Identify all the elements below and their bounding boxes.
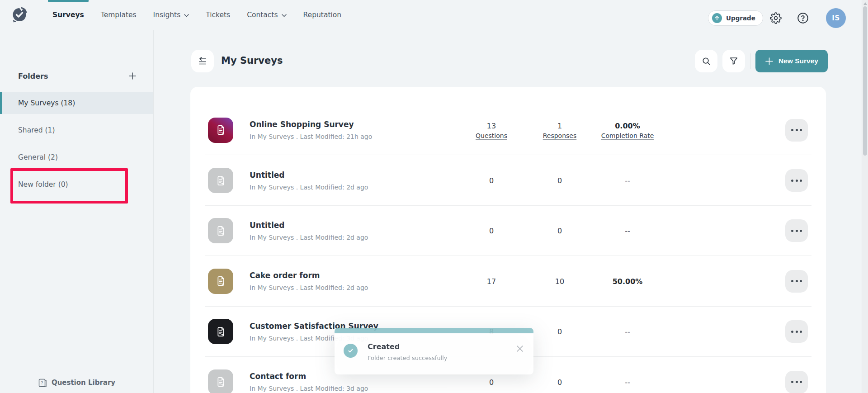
row-more-options-button[interactable] [785, 371, 808, 393]
folder-item-label: Shared (1) [18, 126, 55, 134]
responses-count: 0 [557, 378, 562, 386]
survey-row[interactable]: Untitled In My Surveys . Last Modified: … [190, 206, 826, 256]
nav-item-label: Surveys [52, 11, 84, 19]
nav-item-label: Reputation [303, 11, 342, 19]
filter-button[interactable] [722, 50, 745, 72]
completion-rate-link[interactable]: Completion Rate [601, 132, 654, 139]
vertical-scrollbar[interactable] [862, 0, 868, 393]
survey-document-check-icon [215, 275, 227, 287]
completion-rate-value: -- [625, 227, 630, 235]
nav-item-contacts[interactable]: Contacts [247, 0, 286, 30]
primary-nav: Surveys Templates Insights Tickets Conta… [52, 0, 341, 30]
row-more-options-button[interactable] [785, 320, 808, 343]
stat-questions: 0 [455, 378, 528, 386]
row-more-options-button[interactable] [785, 119, 808, 142]
dot [800, 180, 802, 182]
toolbar-divider [750, 53, 750, 69]
stat-responses: 0 [524, 227, 596, 235]
row-more-options-button[interactable] [785, 169, 808, 192]
upgrade-label: Upgrade [726, 14, 755, 22]
app-logo-icon[interactable] [11, 6, 29, 24]
chevron-down-icon [184, 14, 189, 17]
search-icon [701, 56, 712, 66]
survey-text-block: Untitled In My Surveys . Last Modified: … [250, 221, 368, 241]
questions-link[interactable]: Questions [476, 132, 507, 139]
nav-item-templates[interactable]: Templates [101, 0, 137, 30]
stat-questions: 0 [455, 227, 528, 235]
row-more-options-button[interactable] [785, 219, 808, 242]
folder-item-label: New folder (0) [18, 180, 68, 189]
survey-document-check-icon [215, 376, 227, 388]
survey-title[interactable]: Untitled [250, 221, 368, 230]
survey-icon[interactable] [208, 319, 233, 344]
survey-row[interactable]: Cake order form In My Surveys . Last Mod… [190, 256, 826, 306]
stat-completion: 0.00% Completion Rate [591, 121, 664, 139]
survey-subtitle: In My Surveys . Last Modified: 3d ago [250, 385, 368, 392]
completion-rate-value: -- [625, 176, 630, 185]
top-navigation-bar: Surveys Templates Insights Tickets Conta… [0, 0, 868, 30]
responses-link[interactable]: Responses [543, 132, 577, 139]
nav-item-reputation[interactable]: Reputation [303, 0, 342, 30]
dot [796, 129, 798, 131]
user-avatar[interactable]: IS [826, 8, 846, 28]
folders-sidebar: Folders My Surveys (18) Shared (1) Gener… [0, 30, 154, 393]
dot [796, 230, 798, 232]
row-more-options-button[interactable] [785, 270, 808, 293]
nav-item-tickets[interactable]: Tickets [206, 0, 230, 30]
upgrade-button[interactable]: Upgrade [708, 10, 763, 26]
survey-document-check-icon [215, 326, 227, 338]
questions-count: 13 [487, 121, 496, 130]
new-survey-button[interactable]: New Survey [755, 50, 828, 72]
sidebar-folder-new-folder-0[interactable]: New folder (0) [0, 174, 153, 195]
scrollbar-up-arrow[interactable] [863, 2, 867, 5]
survey-icon[interactable] [208, 269, 233, 294]
responses-count: 10 [555, 277, 564, 285]
add-folder-icon[interactable] [128, 71, 137, 80]
survey-row[interactable]: Online Shopping Survey In My Surveys . L… [190, 105, 826, 155]
dot [791, 180, 793, 182]
responses-count: 0 [557, 176, 562, 185]
stat-completion: 50.00% [591, 277, 664, 285]
survey-icon[interactable] [208, 218, 233, 243]
survey-title[interactable]: Online Shopping Survey [250, 120, 372, 129]
survey-icon[interactable] [208, 118, 233, 143]
search-button[interactable] [695, 50, 717, 72]
nav-item-insights[interactable]: Insights [153, 0, 189, 30]
toast-title: Created [368, 342, 400, 351]
stat-completion: -- [591, 227, 664, 235]
survey-icon[interactable] [208, 369, 233, 393]
responses-count: 1 [557, 121, 562, 130]
plus-icon [765, 57, 774, 66]
stat-responses: 0 [524, 327, 596, 336]
scrollbar-thumb[interactable] [863, 6, 867, 156]
dot [796, 331, 798, 333]
survey-icon[interactable] [208, 168, 233, 193]
dot [791, 280, 793, 282]
dot [796, 381, 798, 383]
help-icon[interactable] [797, 12, 809, 24]
survey-text-block: Cake order form In My Surveys . Last Mod… [250, 271, 368, 291]
dot [800, 381, 802, 383]
stat-responses: 10 [524, 277, 596, 285]
survey-text-block: Untitled In My Surveys . Last Modified: … [250, 170, 368, 191]
survey-title[interactable]: Cake order form [250, 271, 368, 280]
questions-count: 0 [489, 378, 494, 386]
toast-close-icon[interactable] [515, 344, 524, 353]
nav-item-label: Insights [153, 11, 181, 19]
survey-title[interactable]: Untitled [250, 170, 368, 180]
survey-row[interactable]: Untitled In My Surveys . Last Modified: … [190, 155, 826, 205]
nav-item-surveys[interactable]: Surveys [52, 0, 84, 30]
survey-document-check-icon [215, 225, 227, 237]
page-title: My Surveys [221, 55, 283, 66]
app-window: Surveys Templates Insights Tickets Conta… [0, 0, 868, 393]
question-library-label: Question Library [52, 379, 115, 387]
sidebar-folder-general-2[interactable]: General (2) [0, 147, 153, 168]
collapse-sidebar-button[interactable] [191, 50, 214, 72]
sidebar-folder-shared-1[interactable]: Shared (1) [0, 119, 153, 141]
settings-gear-icon[interactable] [770, 12, 782, 24]
dot [791, 230, 793, 232]
question-library-button[interactable]: ? Question Library [0, 372, 153, 393]
questions-count: 0 [489, 227, 494, 235]
sidebar-folder-my-surveys-18[interactable]: My Surveys (18) [0, 92, 153, 114]
dot [800, 129, 802, 131]
